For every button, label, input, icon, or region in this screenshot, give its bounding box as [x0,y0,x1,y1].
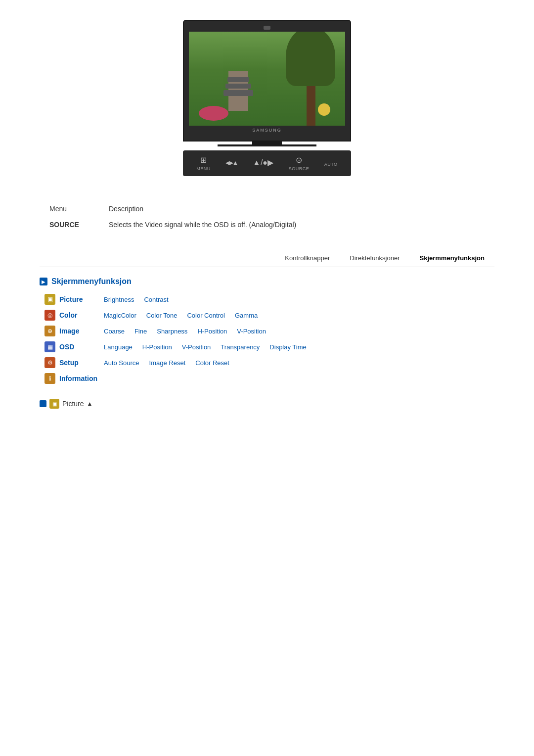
pagoda-roof2 [225,84,251,89]
monitor-top-button [264,26,270,30]
menu-row-picture: ▣ Picture Brightness Contrast [44,294,494,305]
section-arrow-icon: ▶ [40,278,47,285]
menu-button[interactable]: ⊞ MENU [196,155,211,171]
osd-icon: ▦ [44,341,55,352]
play-button[interactable]: ▲/●▶ [253,158,273,169]
source-label: SOURCE [289,166,310,171]
menu-row-color: ◎ Color MagicColor Color Tone Color Cont… [44,310,494,321]
tab-direktefunksjoner[interactable]: Direktefunksjoner [340,252,409,264]
link-brightness[interactable]: Brightness [104,296,134,303]
section-header: ▶ Skjermmenyfunksjon [40,277,494,286]
category-color[interactable]: Color [59,311,104,319]
page-wrapper: SAMSUNG ⊞ MENU ◂▸▴ ▲/●▶ ⊙ SOURCE [0,0,534,428]
nav-icon: ◂▸▴ [225,158,237,167]
pagoda-roof1 [223,90,253,96]
link-coarse[interactable]: Coarse [104,328,125,335]
tabs-section: Kontrollknapper Direktefunksjoner Skjerm… [40,252,494,267]
monitor-outer: SAMSUNG [183,20,351,142]
breadcrumb-arrow-icon: ▲ [87,400,93,407]
tab-kontrollknapper[interactable]: Kontrollknapper [275,252,340,264]
link-language[interactable]: Language [104,343,133,351]
col-description-header: Description [99,201,494,217]
category-image[interactable]: Image [59,327,104,335]
link-imagereset[interactable]: Image Reset [149,359,186,367]
control-panel: ⊞ MENU ◂▸▴ ▲/●▶ ⊙ SOURCE AUTO [183,150,351,176]
menu-row-information: ℹ Information [44,373,494,384]
tab-skjermmenyfunksjon[interactable]: Skjermmenyfunksjon [410,252,495,264]
category-information[interactable]: Information [59,375,104,382]
link-autosource[interactable]: Auto Source [104,359,139,367]
info-icon: ℹ [44,373,55,384]
pagoda-roof3 [227,77,249,82]
play-icon: ▲/●▶ [253,158,273,167]
picture-icon: ▣ [44,294,55,305]
monitor-bottom [189,135,345,141]
menu-row-image: ⊕ Image Coarse Fine Sharpness H-Position… [44,326,494,336]
yellow-ball [318,103,330,116]
link-displaytime[interactable]: Display Time [269,343,306,351]
link-colorreset[interactable]: Color Reset [195,359,229,367]
monitor-brand: SAMSUNG [189,126,345,135]
image-icon: ⊕ [44,326,55,336]
source-button[interactable]: ⊙ SOURCE [289,155,310,171]
breadcrumb-picture-icon: ▣ [49,399,59,409]
link-gamma[interactable]: Gamma [235,312,258,319]
monitor-top-bar [189,26,345,30]
setup-icon: ⚙ [44,357,55,368]
color-icon: ◎ [44,310,55,321]
screen-menu-section: ▶ Skjermmenyfunksjon ▣ Picture Brightnes… [40,277,494,384]
monitor-screen [189,32,345,126]
link-sharpness[interactable]: Sharpness [157,328,187,335]
menu-grid: ▣ Picture Brightness Contrast ◎ Color Ma… [44,294,494,384]
source-description-cell: Selects the Video signal while the OSD i… [99,217,494,233]
auto-button[interactable]: AUTO [324,160,338,167]
link-fine[interactable]: Fine [134,328,147,335]
source-icon: ⊙ [296,155,302,165]
section-title: Skjermmenyfunksjon [51,277,132,286]
monitor-screen-inner [189,32,345,126]
breadcrumb-section: ▣ Picture ▲ [40,399,494,409]
flower-bush [199,106,228,121]
tree-foliage [286,32,335,86]
col-menu-header: Menu [40,201,99,217]
link-hposition-image[interactable]: H-Position [197,328,227,335]
monitor-section: SAMSUNG ⊞ MENU ◂▸▴ ▲/●▶ ⊙ SOURCE [40,20,494,176]
link-vposition-osd[interactable]: V-Position [182,343,211,351]
link-hposition-osd[interactable]: H-Position [142,343,172,351]
link-colortone[interactable]: Color Tone [146,312,178,319]
breadcrumb-nav-icon[interactable] [40,400,46,407]
category-osd[interactable]: OSD [59,343,104,351]
link-contrast[interactable]: Contrast [144,296,168,303]
breadcrumb-text: Picture [62,400,84,408]
auto-label: AUTO [324,162,338,167]
menu-label: MENU [196,166,211,171]
link-colorcontrol[interactable]: Color Control [187,312,225,319]
category-setup[interactable]: Setup [59,359,104,367]
menu-icon: ⊞ [200,155,207,165]
link-magiccolor[interactable]: MagicColor [104,312,136,319]
table-row: SOURCE Selects the Video signal while th… [40,217,494,233]
menu-table: Menu Description SOURCE Selects the Vide… [40,201,494,233]
menu-row-setup: ⚙ Setup Auto Source Image Reset Color Re… [44,357,494,368]
source-menu-cell: SOURCE [40,217,99,233]
monitor-base [218,144,316,146]
category-picture[interactable]: Picture [59,295,104,303]
link-vposition-image[interactable]: V-Position [237,328,266,335]
menu-row-osd: ▦ OSD Language H-Position V-Position Tra… [44,341,494,352]
table-section: Menu Description SOURCE Selects the Vide… [40,201,494,233]
nav-button[interactable]: ◂▸▴ [225,158,237,169]
link-transparency[interactable]: Transparency [221,343,260,351]
